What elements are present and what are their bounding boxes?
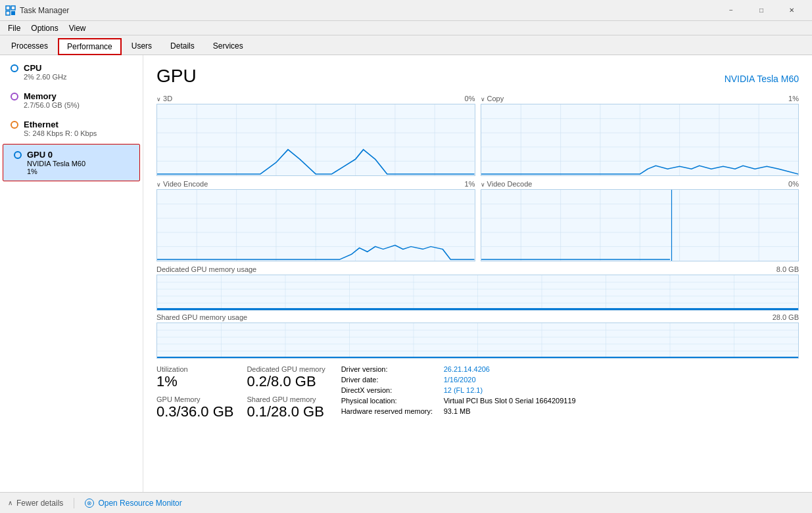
main-layout: CPU 2% 2.60 GHz Memory 2.7/56.0 GB (5%) … bbox=[0, 55, 812, 492]
sidebar-item-gpu0[interactable]: GPU 0 NVIDIA Tesla M60 1% bbox=[3, 144, 140, 181]
svg-rect-76 bbox=[157, 357, 798, 358]
charts-row-1: ∨ 3D 0% bbox=[156, 95, 799, 176]
directx-key: DirectX version: bbox=[341, 386, 433, 394]
stat-ded-value: 0.2/8.0 GB bbox=[247, 373, 325, 390]
physical-val: Virtual PCI Bus Slot 0 Serial 1664209119 bbox=[444, 397, 576, 405]
dedicated-size: 8.0 GB bbox=[776, 265, 799, 273]
charts-row-2: ∨ Video Encode 1% bbox=[156, 180, 799, 261]
dedicated-label: Dedicated GPU memory usage bbox=[156, 265, 256, 273]
driver-date-key: Driver date: bbox=[341, 376, 433, 384]
chart-3d-pct: 0% bbox=[465, 95, 475, 102]
dedicated-svg bbox=[157, 275, 798, 310]
driver-date-val: 1/16/2020 bbox=[444, 376, 576, 384]
tab-services[interactable]: Services bbox=[204, 37, 252, 55]
chart-decode-pct: 0% bbox=[788, 180, 799, 188]
resource-monitor-label: Open Resource Monitor bbox=[98, 499, 181, 508]
tab-performance[interactable]: Performance bbox=[58, 38, 122, 55]
close-button[interactable]: ✕ bbox=[776, 0, 807, 21]
maximize-button[interactable]: □ bbox=[746, 0, 776, 21]
fewer-details-button[interactable]: ∧ Fewer details bbox=[8, 499, 63, 508]
tab-details[interactable]: Details bbox=[162, 37, 203, 55]
chart-encode-svg bbox=[157, 190, 475, 261]
svg-rect-3 bbox=[11, 11, 15, 15]
gpu-model-name: NVIDIA Tesla M60 bbox=[725, 74, 799, 84]
info-section: Driver version: Driver date: DirectX ver… bbox=[341, 365, 576, 415]
chart-3d-label: ∨ 3D bbox=[156, 95, 172, 102]
stat-gpumem-value: 0.3/36.0 GB bbox=[156, 403, 233, 420]
separator bbox=[74, 498, 74, 508]
titlebar: Task Manager − □ ✕ bbox=[0, 0, 812, 21]
info-row-driver: Driver version: Driver date: DirectX ver… bbox=[341, 365, 576, 415]
sidebar-item-cpu[interactable]: CPU 2% 2.60 GHz bbox=[0, 58, 143, 86]
bottombar: ∧ Fewer details ⊗ Open Resource Monitor bbox=[0, 492, 812, 513]
chart-decode-label: ∨ Video Decode bbox=[481, 180, 533, 188]
open-resource-monitor-button[interactable]: ⊗ Open Resource Monitor bbox=[85, 499, 181, 508]
hardware-val: 93.1 MB bbox=[444, 407, 576, 415]
resource-monitor-icon: ⊗ bbox=[85, 499, 94, 508]
shared-size: 28.0 GB bbox=[773, 313, 799, 321]
gpu-header: GPU NVIDIA Tesla M60 bbox=[156, 66, 799, 87]
menu-view[interactable]: View bbox=[64, 22, 91, 34]
driver-version-val: 26.21.14.4206 bbox=[444, 365, 576, 373]
svg-rect-0 bbox=[6, 6, 10, 10]
dedicated-bar bbox=[156, 275, 799, 311]
hardware-key: Hardware reserved memory: bbox=[341, 407, 433, 415]
menu-options[interactable]: Options bbox=[26, 22, 63, 34]
stat-gpumem-label: GPU Memory bbox=[156, 395, 233, 403]
chart-copy-svg bbox=[481, 104, 799, 175]
gpu-label: GPU 0 bbox=[27, 150, 53, 160]
menu-file[interactable]: File bbox=[3, 22, 26, 34]
stat-dedicated: Dedicated GPU memory 0.2/8.0 GB Shared G… bbox=[247, 365, 325, 420]
stat-ded-label: Dedicated GPU memory bbox=[247, 365, 325, 373]
shared-memory-chart: Shared GPU memory usage 28.0 GB bbox=[156, 313, 799, 359]
minimize-button[interactable]: − bbox=[716, 0, 746, 21]
physical-key: Physical location: bbox=[341, 397, 433, 405]
tab-users[interactable]: Users bbox=[123, 37, 160, 55]
chart-copy-label: ∨ Copy bbox=[481, 95, 504, 102]
directx-val: 12 (FL 12.1) bbox=[444, 386, 576, 394]
chart-3d-svg bbox=[157, 104, 475, 175]
stat-util-value: 1% bbox=[156, 373, 233, 390]
chart-3d: ∨ 3D 0% bbox=[156, 95, 475, 176]
menubar: File Options View bbox=[0, 21, 812, 35]
svg-rect-62 bbox=[157, 308, 798, 310]
fewer-details-label: Fewer details bbox=[16, 499, 63, 508]
svg-rect-1 bbox=[11, 6, 15, 10]
gpu-dot bbox=[14, 151, 22, 159]
dedicated-memory-chart: Dedicated GPU memory usage 8.0 GB bbox=[156, 265, 799, 311]
ethernet-stats: S: 248 Kbps R: 0 Kbps bbox=[24, 129, 135, 137]
gpu-title: GPU bbox=[156, 66, 197, 87]
stat-shared-label: Shared GPU memory bbox=[247, 395, 325, 403]
shared-svg bbox=[157, 323, 798, 358]
gpu-model: NVIDIA Tesla M60 bbox=[27, 160, 131, 167]
window-title: Task Manager bbox=[20, 6, 716, 15]
sidebar-item-memory[interactable]: Memory 2.7/56.0 GB (5%) bbox=[0, 86, 143, 114]
memory-stats: 2.7/56.0 GB (5%) bbox=[24, 101, 135, 109]
chart-decode-svg bbox=[481, 190, 799, 261]
stat-shared-value: 0.1/28.0 GB bbox=[247, 403, 325, 420]
chart-decode-box bbox=[481, 189, 800, 261]
svg-rect-2 bbox=[6, 11, 10, 15]
chevron-up-icon: ∧ bbox=[8, 499, 12, 506]
chart-video-encode: ∨ Video Encode 1% bbox=[156, 180, 475, 261]
info-values: 26.21.14.4206 1/16/2020 12 (FL 12.1) Vir… bbox=[444, 365, 576, 415]
sidebar-item-ethernet[interactable]: Ethernet S: 248 Kbps R: 0 Kbps bbox=[0, 114, 143, 143]
shared-label: Shared GPU memory usage bbox=[156, 313, 247, 321]
tab-processes[interactable]: Processes bbox=[3, 37, 57, 55]
chart-encode-box bbox=[156, 189, 475, 261]
chart-encode-label: ∨ Video Encode bbox=[156, 180, 208, 188]
stats-section: Utilization 1% GPU Memory 0.3/36.0 GB De… bbox=[156, 365, 799, 420]
app-icon bbox=[5, 5, 20, 16]
info-keys: Driver version: Driver date: DirectX ver… bbox=[341, 365, 433, 415]
window-controls: − □ ✕ bbox=[716, 0, 807, 21]
sidebar: CPU 2% 2.60 GHz Memory 2.7/56.0 GB (5%) … bbox=[0, 55, 143, 492]
chart-video-decode: ∨ Video Decode 0% bbox=[481, 180, 800, 261]
chart-copy: ∨ Copy 1% bbox=[481, 95, 800, 176]
chart-copy-pct: 1% bbox=[788, 95, 799, 102]
chart-copy-box bbox=[481, 104, 800, 176]
ethernet-dot bbox=[11, 121, 18, 129]
stats-left: Utilization 1% GPU Memory 0.3/36.0 GB De… bbox=[156, 365, 325, 420]
tabbar: Processes Performance Users Details Serv… bbox=[0, 35, 812, 55]
memory-label: Memory bbox=[24, 91, 57, 101]
chart-3d-box bbox=[156, 104, 475, 176]
